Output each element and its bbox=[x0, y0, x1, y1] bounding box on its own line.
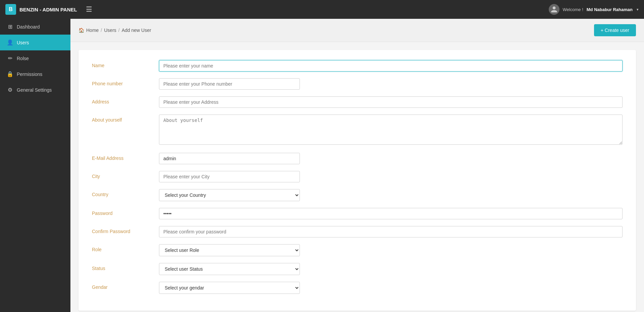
form-row-about: About yourself bbox=[92, 115, 623, 146]
name-input[interactable] bbox=[159, 60, 623, 72]
users-icon: 👤 bbox=[7, 39, 13, 46]
field-status: Select user Status Active Inactive Banne… bbox=[159, 263, 300, 275]
welcome-label: Welcome ! bbox=[563, 7, 583, 12]
user-dropdown-caret[interactable]: ▾ bbox=[637, 7, 639, 12]
field-country: Select your Country United States United… bbox=[159, 189, 300, 201]
about-textarea[interactable] bbox=[159, 115, 623, 145]
form-row-name: Name bbox=[92, 60, 623, 72]
roles-icon: ✏ bbox=[7, 55, 13, 61]
navbar: B BENZIN - ADMIN PANEL ☰ Welcome ! Md Na… bbox=[0, 0, 644, 19]
sidebar-label-general-settings: General Settings bbox=[17, 87, 52, 93]
form-row-status: Status Select user Status Active Inactiv… bbox=[92, 263, 623, 275]
label-status: Status bbox=[92, 263, 159, 271]
form-row-address: Address bbox=[92, 96, 623, 108]
permissions-icon: 🔒 bbox=[7, 71, 13, 77]
address-input[interactable] bbox=[159, 96, 623, 108]
label-password: Password bbox=[92, 208, 159, 216]
label-country: Country bbox=[92, 189, 159, 197]
sidebar-label-users: Users bbox=[17, 40, 29, 45]
settings-icon: ⚙ bbox=[7, 87, 13, 93]
form-row-gender: Gendar Select your gendar Male Female Ot… bbox=[92, 282, 623, 294]
sidebar-item-dashboard[interactable]: ⊞ Dashboard bbox=[0, 19, 70, 35]
breadcrumb-current: Add new User bbox=[122, 28, 151, 33]
form-row-email: E-Mail Address bbox=[92, 153, 623, 164]
email-input[interactable] bbox=[159, 153, 300, 164]
avatar bbox=[549, 4, 559, 15]
brand-name: BENZIN - ADMIN PANEL bbox=[19, 7, 77, 12]
label-phone: Phone number bbox=[92, 78, 159, 86]
label-gender: Gendar bbox=[92, 282, 159, 290]
country-select[interactable]: Select your Country United States United… bbox=[159, 189, 300, 201]
sidebar-item-general-settings[interactable]: ⚙ General Settings bbox=[0, 82, 70, 98]
confirm-password-input[interactable] bbox=[159, 226, 623, 237]
breadcrumb: 🏠 Home / Users / Add new User bbox=[78, 28, 151, 33]
label-about: About yourself bbox=[92, 115, 159, 123]
form-row-city: City bbox=[92, 171, 623, 182]
field-phone bbox=[159, 78, 300, 90]
add-user-form: Name Phone number Address bbox=[78, 50, 636, 311]
navbar-right: Welcome ! Md Nababur Rahaman ▾ bbox=[549, 4, 639, 15]
form-row-confirm-password: Confirm Password bbox=[92, 226, 623, 237]
field-confirm-password bbox=[159, 226, 623, 237]
phone-input[interactable] bbox=[159, 78, 300, 90]
sidebar-item-users[interactable]: 👤 Users bbox=[0, 35, 70, 50]
field-city bbox=[159, 171, 300, 182]
field-address bbox=[159, 96, 623, 108]
gender-select[interactable]: Select your gendar Male Female Other bbox=[159, 282, 300, 294]
user-name: Md Nababur Rahaman bbox=[587, 7, 633, 12]
breadcrumb-users[interactable]: Users bbox=[104, 28, 116, 33]
label-email: E-Mail Address bbox=[92, 153, 159, 161]
label-role: Role bbox=[92, 244, 159, 252]
status-select[interactable]: Select user Status Active Inactive Banne… bbox=[159, 263, 300, 275]
label-confirm-password: Confirm Password bbox=[92, 226, 159, 234]
breadcrumb-home[interactable]: Home bbox=[86, 28, 99, 33]
form-row-role: Role Select user Role Admin Editor Viewe… bbox=[92, 244, 623, 256]
field-name bbox=[159, 60, 623, 72]
hamburger-icon[interactable]: ☰ bbox=[86, 6, 92, 13]
create-user-button[interactable]: + Create user bbox=[594, 24, 636, 36]
sidebar-item-roles[interactable]: ✏ Rolse bbox=[0, 50, 70, 66]
sidebar: ⊞ Dashboard 👤 Users ✏ Rolse 🔒 Permission… bbox=[0, 19, 70, 312]
label-name: Name bbox=[92, 60, 159, 68]
dashboard-icon: ⊞ bbox=[7, 24, 13, 30]
layout: ⊞ Dashboard 👤 Users ✏ Rolse 🔒 Permission… bbox=[0, 19, 644, 312]
home-icon: 🏠 bbox=[78, 28, 84, 33]
field-about bbox=[159, 115, 623, 146]
sidebar-label-permissions: Permissions bbox=[17, 72, 42, 77]
form-row-phone: Phone number bbox=[92, 78, 623, 90]
breadcrumb-sep-2: / bbox=[118, 28, 120, 33]
breadcrumb-bar: 🏠 Home / Users / Add new User + Create u… bbox=[70, 19, 644, 42]
field-role: Select user Role Admin Editor Viewer bbox=[159, 244, 300, 256]
role-select[interactable]: Select user Role Admin Editor Viewer bbox=[159, 244, 300, 256]
sidebar-label-roles: Rolse bbox=[17, 56, 29, 61]
password-input[interactable] bbox=[159, 208, 623, 219]
field-password bbox=[159, 208, 623, 219]
form-row-country: Country Select your Country United State… bbox=[92, 189, 623, 201]
label-address: Address bbox=[92, 96, 159, 104]
field-gender: Select your gendar Male Female Other bbox=[159, 282, 300, 294]
sidebar-item-permissions[interactable]: 🔒 Permissions bbox=[0, 66, 70, 82]
brand: B BENZIN - ADMIN PANEL ☰ bbox=[5, 4, 549, 15]
form-row-password: Password bbox=[92, 208, 623, 219]
label-city: City bbox=[92, 171, 159, 179]
main-content: 🏠 Home / Users / Add new User + Create u… bbox=[70, 19, 644, 312]
brand-logo: B bbox=[5, 4, 16, 15]
sidebar-label-dashboard: Dashboard bbox=[17, 24, 40, 30]
field-email bbox=[159, 153, 300, 164]
city-input[interactable] bbox=[159, 171, 300, 182]
breadcrumb-sep-1: / bbox=[101, 28, 102, 33]
